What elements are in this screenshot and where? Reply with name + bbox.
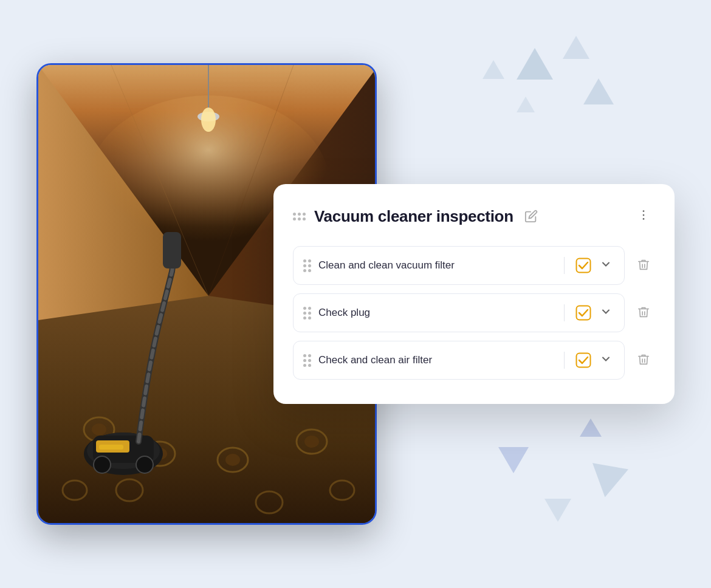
item-divider-1 [564,257,565,274]
drag-dot [308,264,311,267]
triangle-decor-7 [544,499,571,522]
item-actions-3 [574,351,614,369]
drag-dot [308,364,311,367]
item-actions-1 [574,256,614,275]
svg-rect-29 [99,445,123,450]
drag-dot [298,217,301,220]
checklist-item-3: Check and clean air filter [293,341,625,380]
item-text-2: Check plug [318,307,554,319]
delete-button-2[interactable] [632,301,655,326]
drag-dot [303,359,306,362]
header-drag-handle[interactable] [293,213,306,220]
chevron-down-button-1[interactable] [597,257,614,275]
item-drag-handle-2[interactable] [303,307,311,320]
drag-dot [303,269,306,272]
triangle-decor-2 [563,36,589,59]
item-drag-handle-1[interactable] [303,259,311,272]
checkbox-svg-1 [575,258,591,273]
chevron-down-button-2[interactable] [597,304,614,322]
svg-point-9 [225,454,240,466]
chevron-down-button-3[interactable] [597,352,614,369]
drag-dot [303,213,306,216]
item-actions-2 [574,304,614,322]
item-drag-handle-3[interactable] [303,354,311,367]
checklist-item-wrapper: Clean and clean vacuum filter [293,246,655,285]
item-text-1: Clean and clean vacuum filter [318,259,554,272]
drag-dot [303,264,306,267]
trash-icon-3 [637,353,650,366]
drag-dot [293,217,296,220]
checklist-item-wrapper: Check plug [293,293,655,332]
item-divider-2 [564,304,565,321]
drag-dot [298,213,301,216]
triangle-decor-1 [517,48,553,80]
drag-dot [308,312,311,315]
checklist-item-2: Check plug [293,293,625,332]
chevron-down-icon-1 [600,258,612,270]
checkbox-2[interactable] [574,304,592,322]
chevron-down-icon-2 [600,306,612,318]
checklist: Clean and clean vacuum filter [293,246,655,380]
drag-dot [303,354,306,357]
trash-icon-1 [637,258,650,272]
svg-point-27 [136,456,153,473]
svg-point-11 [304,436,319,448]
drag-dot [303,217,306,220]
drag-dot [308,316,311,320]
svg-point-31 [643,214,645,216]
drag-dot [308,359,311,362]
checklist-item-wrapper: Check and clean air filter [293,341,655,380]
checkbox-3[interactable] [574,351,592,369]
delete-button-3[interactable] [632,348,655,373]
card-header: Vacuum cleaner inspection [293,206,655,227]
drag-dot [303,312,306,315]
drag-dot [308,354,311,357]
svg-point-32 [643,218,645,220]
checkbox-1[interactable] [574,256,592,275]
drag-dot [308,259,311,262]
edit-button[interactable] [522,207,540,225]
svg-point-5 [92,423,106,436]
svg-point-30 [643,210,645,212]
drag-dot [293,213,296,216]
svg-point-19 [201,108,216,132]
more-icon [637,208,650,222]
triangle-decor-6 [587,463,628,501]
checklist-item-1: Clean and clean vacuum filter [293,246,625,285]
triangle-decor-8 [498,447,529,473]
item-text-3: Check and clean air filter [318,354,554,366]
edit-icon [524,210,538,223]
trash-icon-2 [637,306,650,319]
drag-dot [303,307,306,310]
checkbox-svg-2 [575,305,591,321]
delete-button-1[interactable] [632,253,655,278]
drag-dot [308,307,311,310]
chevron-down-icon-3 [600,353,612,365]
card-title: Vacuum cleaner inspection [314,207,514,226]
more-options-button[interactable] [632,206,655,227]
triangle-decor-10 [580,419,602,437]
svg-rect-28 [163,232,181,268]
drag-dot [308,269,311,272]
drag-dot [303,364,306,367]
inspection-card: Vacuum cleaner inspection [273,184,675,404]
card-header-left: Vacuum cleaner inspection [293,207,540,226]
triangle-decor-4 [483,60,504,79]
scene-container: Vacuum cleaner inspection [36,30,675,558]
drag-dot [303,316,306,320]
triangle-decor-3 [583,78,614,104]
triangle-decor-5 [517,97,535,112]
checkbox-svg-3 [575,352,591,368]
item-divider-3 [564,352,565,369]
drag-dot [303,259,306,262]
svg-point-26 [94,456,111,473]
